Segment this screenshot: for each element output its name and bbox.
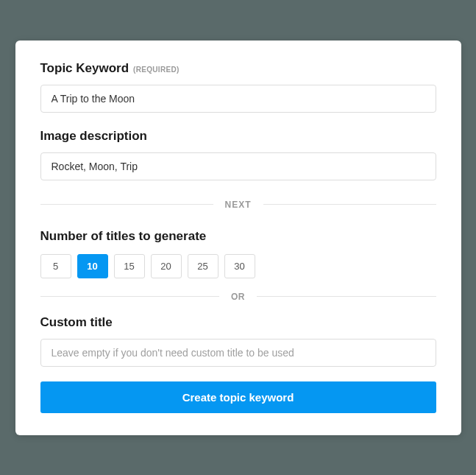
create-topic-keyword-button[interactable]: Create topic keyword bbox=[40, 381, 436, 413]
titles-count-option-25[interactable]: 25 bbox=[188, 254, 219, 278]
titles-count-label: Number of titles to generate bbox=[40, 229, 436, 244]
titles-count-option-10[interactable]: 10 bbox=[77, 254, 108, 278]
titles-count-label-text: Number of titles to generate bbox=[40, 229, 207, 244]
titles-count-option-20[interactable]: 20 bbox=[151, 254, 182, 278]
titles-count-group: Number of titles to generate 51015202530 bbox=[40, 229, 436, 278]
titles-count-option-5[interactable]: 5 bbox=[40, 254, 71, 278]
divider-or-text: OR bbox=[219, 292, 257, 302]
titles-count-option-15[interactable]: 15 bbox=[114, 254, 145, 278]
titles-count-option-30[interactable]: 30 bbox=[224, 254, 255, 278]
custom-title-label: Custom title bbox=[40, 315, 436, 330]
image-description-label-text: Image description bbox=[40, 129, 147, 144]
required-tag: (REQUIRED) bbox=[133, 66, 179, 74]
topic-keyword-group: Topic Keyword (REQUIRED) bbox=[40, 61, 436, 113]
topic-keyword-label-text: Topic Keyword bbox=[40, 61, 129, 76]
form-card: Topic Keyword (REQUIRED) Image descripti… bbox=[15, 41, 461, 435]
custom-title-input[interactable] bbox=[40, 339, 436, 367]
custom-title-label-text: Custom title bbox=[40, 315, 113, 330]
divider-or: OR bbox=[40, 292, 436, 302]
topic-keyword-label: Topic Keyword (REQUIRED) bbox=[40, 61, 436, 76]
divider-next: NEXT bbox=[40, 200, 436, 210]
topic-keyword-input[interactable] bbox=[40, 85, 436, 113]
titles-count-buttons: 51015202530 bbox=[40, 254, 436, 278]
custom-title-group: Custom title bbox=[40, 315, 436, 367]
image-description-input[interactable] bbox=[40, 152, 436, 180]
divider-next-text: NEXT bbox=[213, 200, 263, 210]
image-description-group: Image description bbox=[40, 129, 436, 180]
image-description-label: Image description bbox=[40, 129, 436, 144]
